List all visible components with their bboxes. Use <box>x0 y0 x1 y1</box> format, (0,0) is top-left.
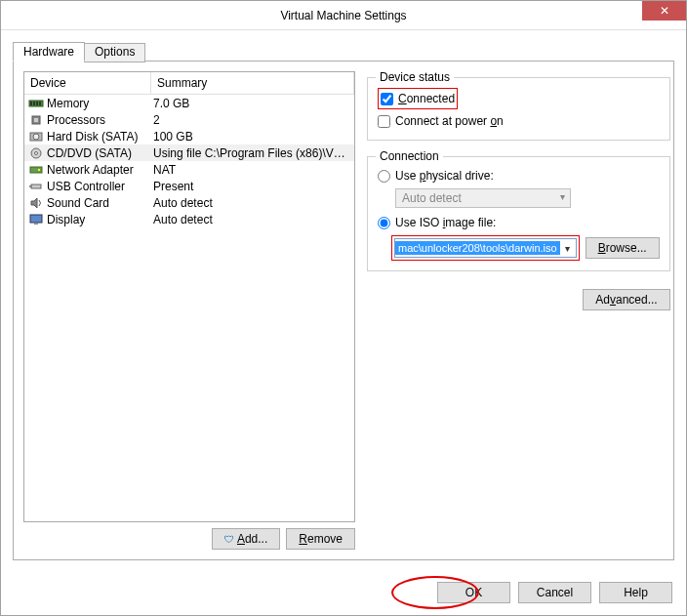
svg-rect-11 <box>30 167 42 173</box>
ok-button[interactable]: OK <box>437 582 510 603</box>
svg-marker-15 <box>31 198 37 208</box>
display-icon <box>28 213 44 226</box>
device-list[interactable]: Device Summary Memory7.0 GBProcessors2Ha… <box>23 71 355 522</box>
device-summary: 7.0 GB <box>153 97 350 110</box>
list-header: Device Summary <box>24 72 354 95</box>
sound-icon <box>28 196 44 210</box>
svg-rect-12 <box>38 169 40 171</box>
table-row[interactable]: Sound CardAuto detect <box>24 194 354 211</box>
svg-point-10 <box>35 151 38 154</box>
device-summary: NAT <box>153 163 350 177</box>
device-summary: Using file C:\Program Files (x86)\VM... <box>153 146 350 160</box>
shield-icon: 🛡 <box>224 534 234 545</box>
device-name: Display <box>47 213 153 226</box>
advanced-row: Advanced... <box>367 289 670 310</box>
table-row[interactable]: DisplayAuto detect <box>24 211 354 227</box>
svg-rect-13 <box>31 185 41 188</box>
right-column: Device status Connected Connect at power… <box>367 71 670 550</box>
iso-highlight: mac\unlocker208\tools\darwin.iso ▾ <box>391 235 580 261</box>
device-name: Sound Card <box>47 196 153 210</box>
left-buttons: 🛡 Add... Remove <box>23 528 355 550</box>
device-name: USB Controller <box>47 180 153 193</box>
table-row[interactable]: CD/DVD (SATA)Using file C:\Program Files… <box>24 144 354 161</box>
device-summary: 100 GB <box>153 130 350 144</box>
close-button[interactable]: ✕ <box>642 1 686 21</box>
iso-row-label[interactable]: Use ISO image file: <box>378 214 660 231</box>
device-name: CD/DVD (SATA) <box>47 146 153 160</box>
svg-rect-1 <box>30 102 32 105</box>
help-button[interactable]: Help <box>599 582 672 603</box>
tab-options[interactable]: Options <box>84 43 145 62</box>
iso-label: Use ISO image file: <box>395 216 496 229</box>
iso-radio[interactable] <box>378 217 390 229</box>
connect-poweron-checkbox[interactable] <box>378 115 390 128</box>
iso-input-row: mac\unlocker208\tools\darwin.iso ▾ Brows… <box>391 235 660 261</box>
device-status-legend: Device status <box>376 70 454 84</box>
physical-drive-row[interactable]: Use physical drive: <box>378 167 660 185</box>
window-title: Virtual Machine Settings <box>280 9 406 22</box>
advanced-button[interactable]: Advanced... <box>583 289 669 310</box>
settings-window: Virtual Machine Settings ✕ Hardware Opti… <box>0 0 687 616</box>
physical-drive-radio[interactable] <box>378 170 390 183</box>
add-button[interactable]: 🛡 Add... <box>212 528 280 550</box>
device-name: Network Adapter <box>47 163 153 177</box>
cpu-icon <box>28 113 44 127</box>
svg-rect-16 <box>30 215 42 223</box>
connected-checkbox[interactable] <box>381 93 393 105</box>
connection-legend: Connection <box>376 149 443 163</box>
table-row[interactable]: Network AdapterNAT <box>24 161 354 178</box>
physical-drive-dropdown: Auto detect <box>395 188 571 208</box>
table-row[interactable]: Hard Disk (SATA)100 GB <box>24 128 354 144</box>
connected-checkbox-row[interactable]: Connected <box>381 90 455 107</box>
content-area: Hardware Options Device Summary Memory7.… <box>1 30 686 572</box>
header-summary[interactable]: Summary <box>151 72 354 94</box>
chevron-down-icon[interactable]: ▾ <box>560 243 576 254</box>
net-icon <box>28 163 44 177</box>
tab-bar: Hardware Options <box>13 42 674 62</box>
device-name: Hard Disk (SATA) <box>47 130 153 144</box>
connect-poweron-label: Connect at power on <box>395 114 504 128</box>
device-name: Memory <box>47 97 153 110</box>
svg-rect-6 <box>34 118 38 122</box>
svg-rect-17 <box>34 223 38 225</box>
table-row[interactable]: Processors2 <box>24 111 354 128</box>
tab-hardware[interactable]: Hardware <box>13 42 85 62</box>
add-label: Add... <box>237 532 267 546</box>
tab-panel: Device Summary Memory7.0 GBProcessors2Ha… <box>13 61 674 560</box>
svg-rect-2 <box>33 102 35 105</box>
table-row[interactable]: Memory7.0 GB <box>24 95 354 111</box>
connect-poweron-row[interactable]: Connect at power on <box>378 112 660 130</box>
usb-icon <box>28 180 44 193</box>
titlebar: Virtual Machine Settings ✕ <box>1 1 686 30</box>
device-name: Processors <box>47 113 153 127</box>
cd-icon <box>28 146 44 160</box>
svg-rect-4 <box>39 102 41 105</box>
iso-combobox[interactable]: mac\unlocker208\tools\darwin.iso ▾ <box>394 238 577 258</box>
device-summary: 2 <box>153 113 350 127</box>
bottom-buttons: OK Cancel Help <box>1 572 686 615</box>
device-summary: Auto detect <box>153 213 350 226</box>
svg-rect-14 <box>29 185 32 187</box>
iso-path-text[interactable]: mac\unlocker208\tools\darwin.iso <box>395 241 560 255</box>
connection-group: Connection Use physical drive: Auto dete… <box>367 156 670 271</box>
left-column: Device Summary Memory7.0 GBProcessors2Ha… <box>23 71 355 550</box>
physical-drive-label: Use physical drive: <box>395 169 494 183</box>
device-summary: Auto detect <box>153 196 350 210</box>
list-body: Memory7.0 GBProcessors2Hard Disk (SATA)1… <box>24 95 354 227</box>
remove-button[interactable]: Remove <box>286 528 355 550</box>
table-row[interactable]: USB ControllerPresent <box>24 178 354 194</box>
cancel-button[interactable]: Cancel <box>518 582 591 603</box>
memory-icon <box>28 97 44 110</box>
svg-point-8 <box>33 134 39 140</box>
connected-highlight: Connected <box>378 88 458 109</box>
close-icon: ✕ <box>660 4 669 18</box>
header-device[interactable]: Device <box>24 72 151 94</box>
svg-rect-3 <box>36 102 38 105</box>
browse-button[interactable]: Browse... <box>586 237 660 259</box>
connected-label: Connected <box>398 92 455 105</box>
device-summary: Present <box>153 180 350 193</box>
device-status-group: Device status Connected Connect at power… <box>367 77 670 141</box>
hdd-icon <box>28 130 44 144</box>
